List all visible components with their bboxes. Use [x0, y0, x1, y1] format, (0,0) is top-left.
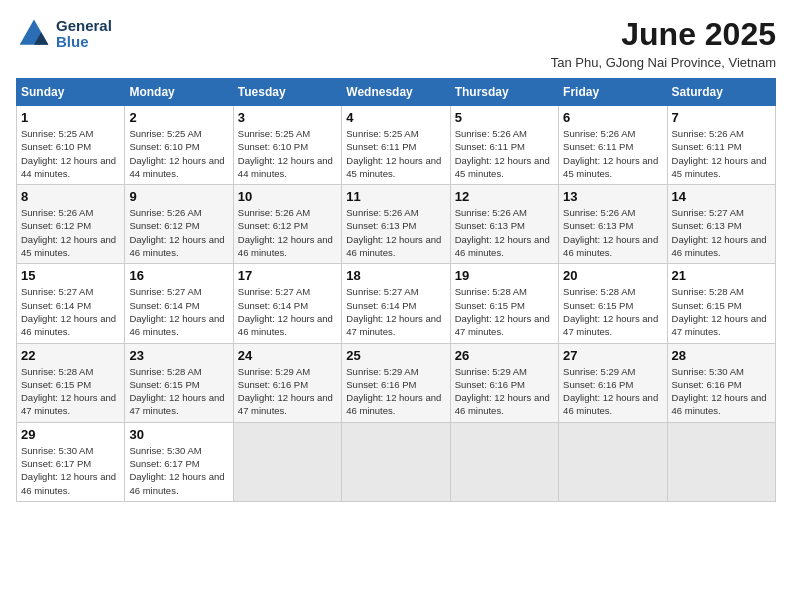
day-number: 2: [129, 110, 228, 125]
day-info: Sunrise: 5:28 AMSunset: 6:15 PMDaylight:…: [129, 365, 228, 418]
day-number: 18: [346, 268, 445, 283]
day-info: Sunrise: 5:29 AMSunset: 6:16 PMDaylight:…: [238, 365, 337, 418]
day-info: Sunrise: 5:26 AMSunset: 6:13 PMDaylight:…: [346, 206, 445, 259]
day-number: 21: [672, 268, 771, 283]
day-number: 30: [129, 427, 228, 442]
calendar-day-cell: [233, 422, 341, 501]
day-number: 27: [563, 348, 662, 363]
calendar-day-cell: 14Sunrise: 5:27 AMSunset: 6:13 PMDayligh…: [667, 185, 775, 264]
title-area: June 2025 Tan Phu, GJong Nai Province, V…: [551, 16, 776, 70]
calendar-day-cell: 18Sunrise: 5:27 AMSunset: 6:14 PMDayligh…: [342, 264, 450, 343]
calendar-day-cell: 21Sunrise: 5:28 AMSunset: 6:15 PMDayligh…: [667, 264, 775, 343]
calendar-day-cell: [559, 422, 667, 501]
day-number: 23: [129, 348, 228, 363]
day-info: Sunrise: 5:30 AMSunset: 6:16 PMDaylight:…: [672, 365, 771, 418]
day-number: 8: [21, 189, 120, 204]
calendar-day-cell: 10Sunrise: 5:26 AMSunset: 6:12 PMDayligh…: [233, 185, 341, 264]
day-info: Sunrise: 5:28 AMSunset: 6:15 PMDaylight:…: [455, 285, 554, 338]
day-info: Sunrise: 5:28 AMSunset: 6:15 PMDaylight:…: [21, 365, 120, 418]
day-number: 3: [238, 110, 337, 125]
day-number: 9: [129, 189, 228, 204]
day-info: Sunrise: 5:29 AMSunset: 6:16 PMDaylight:…: [455, 365, 554, 418]
day-info: Sunrise: 5:27 AMSunset: 6:13 PMDaylight:…: [672, 206, 771, 259]
calendar-day-cell: 1Sunrise: 5:25 AMSunset: 6:10 PMDaylight…: [17, 106, 125, 185]
weekday-header-wednesday: Wednesday: [342, 79, 450, 106]
weekday-header-monday: Monday: [125, 79, 233, 106]
day-number: 13: [563, 189, 662, 204]
day-info: Sunrise: 5:25 AMSunset: 6:11 PMDaylight:…: [346, 127, 445, 180]
calendar-day-cell: 2Sunrise: 5:25 AMSunset: 6:10 PMDaylight…: [125, 106, 233, 185]
day-info: Sunrise: 5:26 AMSunset: 6:12 PMDaylight:…: [238, 206, 337, 259]
day-number: 10: [238, 189, 337, 204]
calendar-day-cell: 5Sunrise: 5:26 AMSunset: 6:11 PMDaylight…: [450, 106, 558, 185]
weekday-header-thursday: Thursday: [450, 79, 558, 106]
calendar-day-cell: 11Sunrise: 5:26 AMSunset: 6:13 PMDayligh…: [342, 185, 450, 264]
calendar-day-cell: 26Sunrise: 5:29 AMSunset: 6:16 PMDayligh…: [450, 343, 558, 422]
logo-icon: [16, 16, 52, 52]
day-info: Sunrise: 5:26 AMSunset: 6:11 PMDaylight:…: [455, 127, 554, 180]
day-number: 25: [346, 348, 445, 363]
day-info: Sunrise: 5:25 AMSunset: 6:10 PMDaylight:…: [238, 127, 337, 180]
day-info: Sunrise: 5:29 AMSunset: 6:16 PMDaylight:…: [563, 365, 662, 418]
day-info: Sunrise: 5:25 AMSunset: 6:10 PMDaylight:…: [129, 127, 228, 180]
weekday-header-tuesday: Tuesday: [233, 79, 341, 106]
calendar-day-cell: 28Sunrise: 5:30 AMSunset: 6:16 PMDayligh…: [667, 343, 775, 422]
calendar-day-cell: 27Sunrise: 5:29 AMSunset: 6:16 PMDayligh…: [559, 343, 667, 422]
calendar-day-cell: 12Sunrise: 5:26 AMSunset: 6:13 PMDayligh…: [450, 185, 558, 264]
day-number: 7: [672, 110, 771, 125]
day-info: Sunrise: 5:27 AMSunset: 6:14 PMDaylight:…: [238, 285, 337, 338]
day-number: 17: [238, 268, 337, 283]
calendar-day-cell: 7Sunrise: 5:26 AMSunset: 6:11 PMDaylight…: [667, 106, 775, 185]
calendar-day-cell: 25Sunrise: 5:29 AMSunset: 6:16 PMDayligh…: [342, 343, 450, 422]
day-info: Sunrise: 5:27 AMSunset: 6:14 PMDaylight:…: [21, 285, 120, 338]
calendar-day-cell: 20Sunrise: 5:28 AMSunset: 6:15 PMDayligh…: [559, 264, 667, 343]
day-number: 6: [563, 110, 662, 125]
calendar-day-cell: 4Sunrise: 5:25 AMSunset: 6:11 PMDaylight…: [342, 106, 450, 185]
calendar-week-row: 15Sunrise: 5:27 AMSunset: 6:14 PMDayligh…: [17, 264, 776, 343]
calendar-day-cell: 6Sunrise: 5:26 AMSunset: 6:11 PMDaylight…: [559, 106, 667, 185]
day-info: Sunrise: 5:26 AMSunset: 6:11 PMDaylight:…: [563, 127, 662, 180]
location-subtitle: Tan Phu, GJong Nai Province, Vietnam: [551, 55, 776, 70]
day-info: Sunrise: 5:26 AMSunset: 6:13 PMDaylight:…: [455, 206, 554, 259]
day-number: 22: [21, 348, 120, 363]
calendar-day-cell: 9Sunrise: 5:26 AMSunset: 6:12 PMDaylight…: [125, 185, 233, 264]
calendar-day-cell: 24Sunrise: 5:29 AMSunset: 6:16 PMDayligh…: [233, 343, 341, 422]
day-info: Sunrise: 5:29 AMSunset: 6:16 PMDaylight:…: [346, 365, 445, 418]
day-info: Sunrise: 5:26 AMSunset: 6:13 PMDaylight:…: [563, 206, 662, 259]
day-info: Sunrise: 5:27 AMSunset: 6:14 PMDaylight:…: [129, 285, 228, 338]
day-number: 16: [129, 268, 228, 283]
day-info: Sunrise: 5:26 AMSunset: 6:12 PMDaylight:…: [129, 206, 228, 259]
calendar-day-cell: 22Sunrise: 5:28 AMSunset: 6:15 PMDayligh…: [17, 343, 125, 422]
day-number: 26: [455, 348, 554, 363]
calendar-day-cell: 16Sunrise: 5:27 AMSunset: 6:14 PMDayligh…: [125, 264, 233, 343]
day-number: 1: [21, 110, 120, 125]
logo-text: General Blue: [56, 18, 112, 51]
day-info: Sunrise: 5:26 AMSunset: 6:11 PMDaylight:…: [672, 127, 771, 180]
month-title: June 2025: [551, 16, 776, 53]
day-info: Sunrise: 5:28 AMSunset: 6:15 PMDaylight:…: [672, 285, 771, 338]
logo: General Blue: [16, 16, 112, 52]
day-number: 15: [21, 268, 120, 283]
calendar-day-cell: [450, 422, 558, 501]
day-number: 19: [455, 268, 554, 283]
calendar-day-cell: 15Sunrise: 5:27 AMSunset: 6:14 PMDayligh…: [17, 264, 125, 343]
weekday-header-row: SundayMondayTuesdayWednesdayThursdayFrid…: [17, 79, 776, 106]
day-info: Sunrise: 5:28 AMSunset: 6:15 PMDaylight:…: [563, 285, 662, 338]
day-number: 5: [455, 110, 554, 125]
calendar-day-cell: [342, 422, 450, 501]
calendar-day-cell: 23Sunrise: 5:28 AMSunset: 6:15 PMDayligh…: [125, 343, 233, 422]
day-number: 14: [672, 189, 771, 204]
day-number: 20: [563, 268, 662, 283]
day-info: Sunrise: 5:30 AMSunset: 6:17 PMDaylight:…: [21, 444, 120, 497]
day-number: 28: [672, 348, 771, 363]
calendar-day-cell: 19Sunrise: 5:28 AMSunset: 6:15 PMDayligh…: [450, 264, 558, 343]
weekday-header-friday: Friday: [559, 79, 667, 106]
calendar-day-cell: 8Sunrise: 5:26 AMSunset: 6:12 PMDaylight…: [17, 185, 125, 264]
weekday-header-saturday: Saturday: [667, 79, 775, 106]
weekday-header-sunday: Sunday: [17, 79, 125, 106]
day-info: Sunrise: 5:25 AMSunset: 6:10 PMDaylight:…: [21, 127, 120, 180]
calendar-day-cell: 29Sunrise: 5:30 AMSunset: 6:17 PMDayligh…: [17, 422, 125, 501]
calendar-week-row: 8Sunrise: 5:26 AMSunset: 6:12 PMDaylight…: [17, 185, 776, 264]
calendar-week-row: 1Sunrise: 5:25 AMSunset: 6:10 PMDaylight…: [17, 106, 776, 185]
calendar-day-cell: 13Sunrise: 5:26 AMSunset: 6:13 PMDayligh…: [559, 185, 667, 264]
